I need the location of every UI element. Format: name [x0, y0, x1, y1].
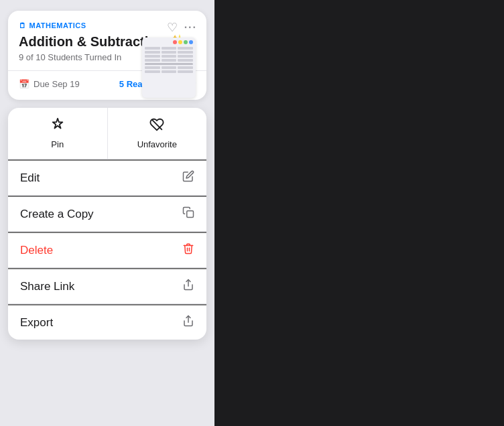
thumb-cell	[145, 55, 160, 58]
menu-top-row: Pin Unfavorite	[8, 108, 206, 159]
export-icon	[182, 315, 194, 330]
thumb-row	[145, 47, 193, 50]
left-panel: ♡ ··· 🗒 MATHEMATICS Addition & Subtracti…	[0, 0, 214, 426]
right-panel	[214, 0, 504, 426]
thumb-cell	[162, 51, 177, 54]
thumb-cell	[162, 66, 177, 69]
thumb-dots	[145, 40, 193, 44]
thumb-cell	[145, 51, 160, 54]
thumb-cell	[178, 51, 193, 54]
thumb-content	[145, 47, 193, 95]
favorite-icon[interactable]: ♡	[167, 20, 178, 35]
pin-label: Pin	[51, 139, 64, 149]
share-label: Share Link	[20, 280, 74, 293]
thumb-cell	[178, 66, 193, 69]
subject-label: MATHEMATICS	[29, 21, 86, 29]
delete-label: Delete	[20, 244, 53, 257]
copy-label: Create a Copy	[20, 208, 94, 221]
thumb-cell	[162, 70, 177, 73]
export-label: Export	[20, 316, 53, 330]
thumb-dot-red	[173, 40, 177, 44]
unfavorite-icon	[149, 117, 164, 135]
thumb-row	[145, 70, 193, 73]
thumb-row	[145, 59, 193, 62]
card-actions: ♡ ···	[167, 20, 197, 35]
due-date: 📅 Due Sep 19	[19, 79, 80, 89]
edit-label: Edit	[20, 171, 40, 185]
thumb-dot-yellow	[178, 40, 182, 44]
thumb-cell	[145, 47, 160, 50]
delete-button[interactable]: Delete	[8, 232, 206, 268]
unfavorite-label: Unfavorite	[137, 139, 177, 149]
context-menu: Pin Unfavorite Edit	[8, 108, 206, 340]
svg-rect-1	[187, 211, 194, 218]
thumb-row	[145, 55, 193, 58]
thumb-row	[145, 51, 193, 54]
thumb-cell	[162, 59, 177, 62]
thumb-cell	[178, 59, 193, 62]
assignment-card: ♡ ··· 🗒 MATHEMATICS Addition & Subtracti…	[8, 11, 206, 100]
edit-icon	[182, 170, 194, 186]
card-thumbnail	[142, 38, 196, 98]
thumb-dot-green	[184, 40, 188, 44]
edit-button[interactable]: Edit	[8, 159, 206, 196]
export-button[interactable]: Export	[8, 304, 206, 340]
delete-icon	[182, 242, 194, 258]
thumb-row	[145, 66, 193, 69]
thumb-cell	[162, 55, 177, 58]
share-icon	[182, 279, 194, 294]
copy-icon	[182, 206, 194, 222]
create-copy-button[interactable]: Create a Copy	[8, 196, 206, 232]
thumb-cell	[178, 55, 193, 58]
more-icon[interactable]: ···	[184, 21, 197, 33]
pin-icon	[50, 117, 65, 135]
thumb-cell	[145, 70, 160, 73]
thumb-cell	[145, 59, 160, 62]
thumb-cell	[162, 47, 177, 50]
calendar-icon: 📅	[19, 79, 29, 89]
thumb-cell	[145, 66, 160, 69]
thumb-cell	[178, 70, 193, 73]
subject-icon: 🗒	[19, 21, 27, 29]
thumb-cell	[178, 47, 193, 50]
share-link-button[interactable]: Share Link	[8, 268, 206, 304]
thumb-line	[145, 63, 193, 65]
pin-button[interactable]: Pin	[8, 108, 108, 159]
thumb-dot-blue	[189, 40, 193, 44]
due-date-label: Due Sep 19	[34, 79, 80, 89]
unfavorite-button[interactable]: Unfavorite	[108, 108, 207, 159]
